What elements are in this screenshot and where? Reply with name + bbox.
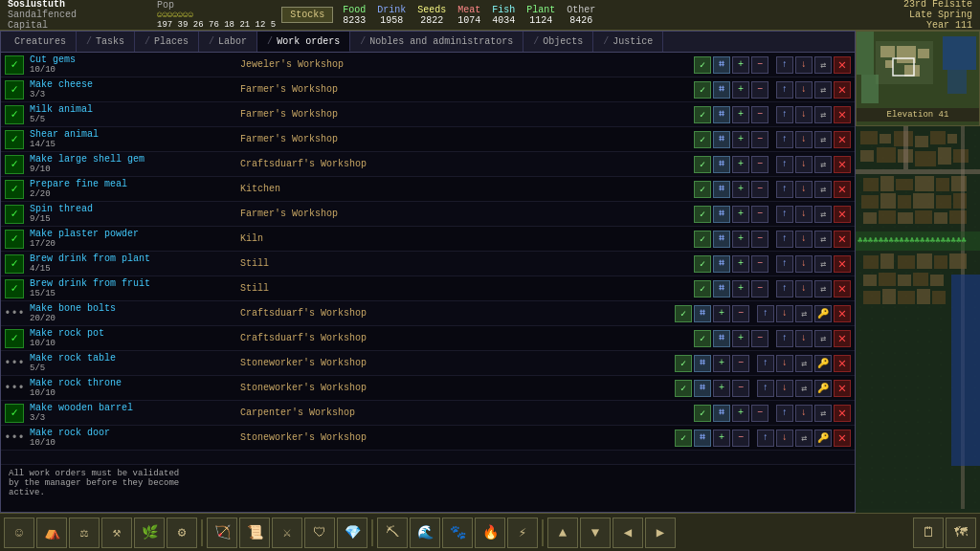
order-plus-btn[interactable]: + (732, 405, 749, 422)
tab-tasks[interactable]: Tasks (77, 32, 135, 52)
order-plus-btn[interactable]: + (732, 81, 749, 99)
order-minus-btn[interactable]: − (732, 430, 749, 447)
order-delete-btn[interactable]: ✕ (834, 81, 851, 99)
order-repeat-btn[interactable]: ⌗ (713, 56, 730, 74)
order-repeat-btn[interactable]: ⌗ (713, 81, 730, 99)
order-down-btn[interactable]: ↓ (776, 430, 793, 447)
order-move-btn[interactable]: ⇄ (795, 305, 813, 322)
order-plus-btn[interactable]: + (732, 280, 749, 298)
order-down-btn[interactable]: ↓ (795, 56, 813, 74)
toolbar-btn-camp[interactable]: ⛺ (36, 518, 67, 548)
order-move-btn[interactable]: ⇄ (814, 280, 832, 298)
order-active-btn[interactable]: ✓ (694, 280, 711, 298)
order-up-btn[interactable]: ↑ (776, 56, 793, 74)
order-active-btn[interactable]: ✓ (694, 156, 711, 173)
order-move-btn[interactable]: ⇄ (814, 206, 832, 223)
toolbar-btn-lightning[interactable]: ⚡ (507, 518, 538, 548)
order-up-btn[interactable]: ↑ (776, 330, 793, 347)
order-active-btn[interactable]: ✓ (675, 380, 692, 397)
order-up-btn[interactable]: ↑ (776, 181, 793, 198)
order-down-btn[interactable]: ↓ (795, 280, 813, 298)
order-move-btn[interactable]: ⇄ (814, 156, 832, 173)
order-active-btn[interactable]: ✓ (694, 131, 711, 148)
tab-creatures[interactable]: Creatures (1, 32, 77, 52)
order-down-btn[interactable]: ↓ (795, 181, 813, 198)
toolbar-btn-down[interactable]: ▼ (580, 518, 611, 548)
order-move-btn[interactable]: ⇄ (814, 106, 832, 123)
order-plus-btn[interactable]: + (732, 255, 749, 273)
order-active-btn[interactable]: ✓ (694, 405, 711, 422)
order-delete-btn[interactable]: ✕ (834, 330, 851, 347)
order-move-btn[interactable]: ⇄ (814, 56, 832, 74)
order-delete-btn[interactable]: ✕ (834, 231, 851, 248)
order-delete-btn[interactable]: ✕ (834, 355, 851, 372)
toolbar-btn-hammer[interactable]: ⚒ (101, 518, 132, 548)
order-active-btn[interactable]: ✓ (694, 56, 711, 74)
order-down-btn[interactable]: ↓ (795, 81, 813, 99)
order-move-btn[interactable]: ⇄ (814, 405, 832, 422)
order-move-btn[interactable]: ⇄ (814, 181, 832, 198)
order-active-btn[interactable]: ✓ (675, 355, 692, 372)
order-plus-btn[interactable]: + (732, 156, 749, 173)
toolbar-btn-scale[interactable]: ⚖ (69, 518, 100, 548)
order-active-btn[interactable]: ✓ (675, 430, 692, 447)
order-down-btn[interactable]: ↓ (795, 156, 813, 173)
order-move-btn[interactable]: ⇄ (795, 430, 813, 447)
order-plus-btn[interactable]: + (713, 380, 730, 397)
order-active-btn[interactable]: ✓ (694, 255, 711, 273)
order-repeat-btn[interactable]: ⌗ (713, 231, 730, 248)
order-down-btn[interactable]: ↓ (776, 305, 793, 322)
order-down-btn[interactable]: ↓ (795, 255, 813, 273)
order-delete-btn[interactable]: ✕ (834, 106, 851, 123)
toolbar-btn-pick[interactable]: ⛏ (377, 518, 408, 548)
order-delete-btn[interactable]: ✕ (834, 305, 851, 322)
order-up-btn[interactable]: ↑ (757, 305, 774, 322)
order-key-btn[interactable]: 🔑 (814, 355, 832, 372)
order-active-btn[interactable]: ✓ (694, 206, 711, 223)
order-active-btn[interactable]: ✓ (694, 81, 711, 99)
toolbar-btn-up[interactable]: ▲ (547, 518, 578, 548)
order-up-btn[interactable]: ↑ (776, 231, 793, 248)
tab-labor[interactable]: Labor (199, 32, 257, 52)
order-plus-btn[interactable]: + (732, 206, 749, 223)
order-up-btn[interactable]: ↑ (776, 280, 793, 298)
order-delete-btn[interactable]: ✕ (834, 405, 851, 422)
order-minus-btn[interactable]: − (751, 280, 768, 298)
order-repeat-btn[interactable]: ⌗ (713, 330, 730, 347)
order-minus-btn[interactable]: − (751, 405, 768, 422)
order-up-btn[interactable]: ↑ (776, 255, 793, 273)
order-minus-btn[interactable]: − (751, 181, 768, 198)
order-plus-btn[interactable]: + (732, 231, 749, 248)
toolbar-btn-scroll[interactable]: 📜 (239, 518, 270, 548)
order-up-btn[interactable]: ↑ (757, 430, 774, 447)
order-up-btn[interactable]: ↑ (776, 206, 793, 223)
order-minus-btn[interactable]: − (751, 81, 768, 99)
order-minus-btn[interactable]: − (751, 206, 768, 223)
toolbar-btn-gem[interactable]: 💎 (337, 518, 368, 548)
tab-nobles[interactable]: Nobles and administrators (350, 32, 523, 52)
order-up-btn[interactable]: ↑ (757, 380, 774, 397)
tab-objects[interactable]: Objects (523, 32, 593, 52)
order-minus-btn[interactable]: − (732, 380, 749, 397)
order-delete-btn[interactable]: ✕ (834, 56, 851, 74)
tab-work-orders[interactable]: Work orders (257, 32, 350, 52)
order-down-btn[interactable]: ↓ (795, 206, 813, 223)
toolbar-btn-plant[interactable]: 🌿 (134, 518, 165, 548)
order-plus-btn[interactable]: + (713, 430, 730, 447)
order-down-btn[interactable]: ↓ (795, 231, 813, 248)
order-repeat-btn[interactable]: ⌗ (694, 355, 711, 372)
order-minus-btn[interactable]: − (751, 255, 768, 273)
order-move-btn[interactable]: ⇄ (814, 330, 832, 347)
order-active-btn[interactable]: ✓ (694, 330, 711, 347)
order-repeat-btn[interactable]: ⌗ (713, 131, 730, 148)
order-down-btn[interactable]: ↓ (776, 380, 793, 397)
tab-places[interactable]: Places (135, 32, 199, 52)
order-repeat-btn[interactable]: ⌗ (694, 380, 711, 397)
order-up-btn[interactable]: ↑ (757, 355, 774, 372)
order-repeat-btn[interactable]: ⌗ (713, 156, 730, 173)
order-move-btn[interactable]: ⇄ (814, 131, 832, 148)
order-move-btn[interactable]: ⇄ (814, 81, 832, 99)
order-repeat-btn[interactable]: ⌗ (713, 405, 730, 422)
order-down-btn[interactable]: ↓ (795, 131, 813, 148)
order-repeat-btn[interactable]: ⌗ (713, 106, 730, 123)
